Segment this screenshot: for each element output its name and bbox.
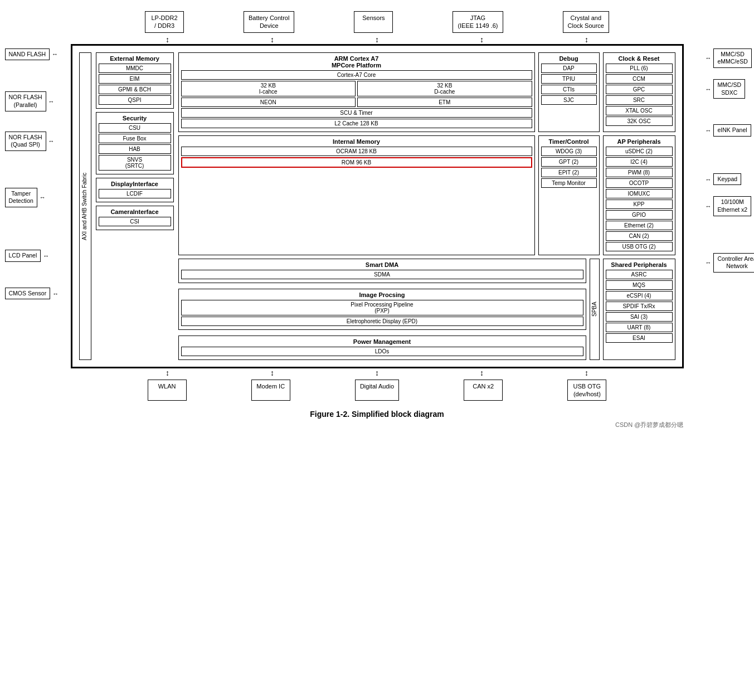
arrow-mmcsd2: ↔ xyxy=(705,86,711,93)
ext-crystal: Crystal andClock Source xyxy=(563,11,609,33)
left-nor-parallel: NOR FLASH(Parallel) ↔ xyxy=(5,91,59,111)
right-externals: ↔ MMC/SDeMMC/eSD ↔ MMC/SDSDXC ↔ eINK Pan… xyxy=(705,48,754,276)
icache: 32 KBI-cahce xyxy=(181,81,356,96)
sec-snvs: SNVS(SRTC) xyxy=(99,155,171,171)
kpp: KPP xyxy=(606,200,673,209)
rspacer5 xyxy=(705,220,754,253)
top-external-row: LP-DDR2/ DDR3 Battery ControlDevice Sens… xyxy=(71,11,684,33)
arrow-crystal: ↕ xyxy=(585,35,588,44)
right-mmcsd1: ↔ MMC/SDeMMC/eSD xyxy=(705,48,754,68)
right-keypad: ↔ Keypad xyxy=(705,173,754,186)
ext-sensors: Sensors xyxy=(354,11,393,33)
nor-parallel-block: NOR FLASH(Parallel) xyxy=(5,91,46,111)
b-arrow-modem: ↕ xyxy=(270,368,274,377)
clock-title: Clock & Reset xyxy=(606,55,673,62)
ext-wlan: WLAN xyxy=(148,380,187,401)
arrow-keypad: ↔ xyxy=(705,176,711,183)
nand-flash-block: NAND FLASH xyxy=(5,48,50,61)
dap: DAP xyxy=(541,64,597,73)
spdif: SPDIF Tx/Rx xyxy=(606,302,673,311)
arrow-lcd: ↔ xyxy=(43,252,49,259)
b-arrow-can: ↕ xyxy=(480,368,484,377)
lcd-panel-block: LCD Panel xyxy=(5,250,41,262)
display-interface-box: DisplayInterface LCDIF xyxy=(96,178,174,202)
internal-memory-box: Internal Memory OCRAM 128 KB ROM 96 KB xyxy=(178,135,535,255)
chip-wrapper: NAND FLASH ↔ NOR FLASH(Parallel) ↔ NOR F… xyxy=(71,44,684,368)
32k-osc: 32K OSC xyxy=(606,116,673,126)
right-can: ↔ Controller AreaNetwork xyxy=(705,253,754,273)
sjc: SJC xyxy=(541,95,597,105)
external-memory-box: External Memory MMDC EIM GPMI & BCH QSPI xyxy=(96,52,174,109)
etm: ETM xyxy=(357,98,532,107)
cortex-a7-core: Cortex-A7 Core xyxy=(181,70,532,80)
lcdif: LCDIF xyxy=(99,189,171,198)
ccm: CCM xyxy=(606,74,673,84)
i2c: I2C (4) xyxy=(606,157,673,167)
arrow-nor-parallel: ↔ xyxy=(48,98,55,105)
shared-peripherals-box: Shared Peripherals ASRC MQS eCSPI (4) SP… xyxy=(603,259,675,360)
smart-dma-box: Smart DMA SDMA xyxy=(178,259,586,283)
cmos-block: CMOS Sensor xyxy=(5,288,51,300)
security-title: Security xyxy=(99,115,171,121)
power-title: Power Management xyxy=(181,338,583,345)
src: SRC xyxy=(606,95,673,105)
asrc: ASRC xyxy=(606,270,673,279)
camera-title: CameraInterface xyxy=(99,208,171,215)
mmcsd1-block: MMC/SDeMMC/eSD xyxy=(713,48,751,68)
pwm: PWM (8) xyxy=(606,168,673,177)
right-eink: ↔ eINK Panel xyxy=(705,124,754,137)
arrow-eink: ↔ xyxy=(705,127,711,134)
ext-modem: Modem IC xyxy=(251,380,290,401)
esai: ESAI xyxy=(606,333,673,343)
tpiu: TPIU xyxy=(541,74,597,84)
power-management-box: Power Management LDOs xyxy=(178,336,586,360)
bottom-left: Smart DMA SDMA Image Procsing Pixel Proc… xyxy=(178,259,586,360)
diagram-container: LP-DDR2/ DDR3 Battery ControlDevice Sens… xyxy=(71,11,684,429)
center-bottom-row: Smart DMA SDMA Image Procsing Pixel Proc… xyxy=(178,259,675,360)
right-mmcsd2: ↔ MMC/SDSDXC xyxy=(705,79,754,99)
ext-mem-gpmi: GPMI & BCH xyxy=(99,85,171,94)
external-memory-title: External Memory xyxy=(99,55,171,62)
b-arrow-wlan: ↕ xyxy=(166,368,169,377)
left-externals: NAND FLASH ↔ NOR FLASH(Parallel) ↔ NOR F… xyxy=(5,48,59,303)
ap-peripherals-box: AP Peripherals uSDHC (2) I2C (4) PWM (8)… xyxy=(603,135,675,255)
iomuxc: IOMUXC xyxy=(606,189,673,198)
security-box: Security CSU Fuse Box HAB SNVS(SRTC) xyxy=(96,112,174,174)
left-tamper: TamperDetection ↔ xyxy=(5,188,59,207)
sec-fusebox: Fuse Box xyxy=(99,134,171,143)
spacer2 xyxy=(5,115,59,132)
rspacer3 xyxy=(705,140,754,173)
spacer1 xyxy=(5,64,59,91)
spacer5 xyxy=(5,265,59,288)
b-arrow-usb: ↕ xyxy=(585,368,588,377)
ext-mem-qspi: QSPI xyxy=(99,95,171,105)
epd: Eletrophoretic Display (EPD) xyxy=(181,317,583,326)
ext-mem-eim: EIM xyxy=(99,74,171,84)
rom: ROM 96 KB xyxy=(181,157,532,168)
arrow-nand: ↔ xyxy=(52,51,58,57)
usb-otg: USB OTG (2) xyxy=(606,242,673,251)
arrow-tamper: ↔ xyxy=(40,194,46,201)
clock-box: Clock & Reset PLL (6) CCM GPC SRC XTAL O… xyxy=(603,52,675,132)
keypad-block: Keypad xyxy=(713,173,741,186)
ethernet-ap: Ethernet (2) xyxy=(606,221,673,230)
csi: CSI xyxy=(99,217,171,226)
ext-jtag: JTAG(IEEE 1149 .6) xyxy=(453,11,503,33)
ctis: CTIs xyxy=(541,85,597,94)
nor-quad-block: NOR FLASH(Quad SPI) xyxy=(5,132,46,151)
mmcsd2-block: MMC/SDSDXC xyxy=(713,79,745,99)
ext-battery: Battery ControlDevice xyxy=(244,11,294,33)
arrow-mmcsd1: ↔ xyxy=(705,55,711,61)
sec-hab: HAB xyxy=(99,144,171,154)
left-nor-quad: NOR FLASH(Quad SPI) ↔ xyxy=(5,132,59,151)
ocram: OCRAM 128 KB xyxy=(181,147,532,156)
rspacer2 xyxy=(705,102,754,124)
wdog: WDOG (3) xyxy=(541,147,597,156)
bottom-arrows: ↕ ↕ ↕ ↕ ↕ xyxy=(71,368,684,377)
can-block: Controller AreaNetwork xyxy=(713,253,754,273)
pxp: Pixel Processing Pipeline(PXP) xyxy=(181,300,583,315)
left-cmos: CMOS Sensor ↔ xyxy=(5,288,59,300)
dma-title: Smart DMA xyxy=(181,261,583,268)
top-arrows: ↕ ↕ ↕ ↕ ↕ xyxy=(71,35,684,44)
arrow-cmos: ↔ xyxy=(52,290,59,297)
